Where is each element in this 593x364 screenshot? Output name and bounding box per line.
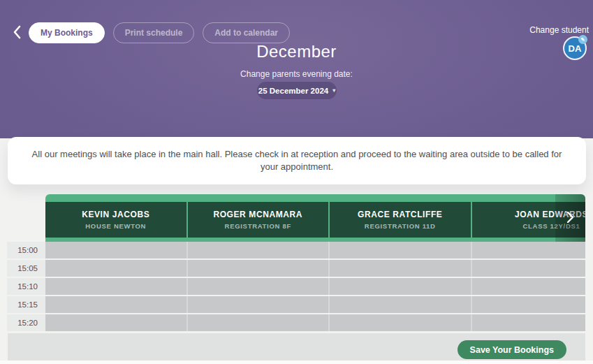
schedule-grid: 15:0015:0515:1015:1515:20 [7,242,585,333]
booking-slot[interactable] [45,314,188,331]
time-row: 15:15 [7,296,585,313]
date-caption: Change parents evening date: [0,69,593,79]
time-row: 15:20 [7,314,585,331]
time-row: 15:05 [7,260,585,277]
booking-slot[interactable] [45,296,188,313]
teacher-column: KEVIN JACOBSHOUSE NEWTON [45,202,188,238]
chevron-right-icon [566,211,576,226]
booking-slot[interactable] [472,260,586,277]
time-label: 15:15 [7,296,45,313]
tab-my-bookings[interactable]: My Bookings [29,22,105,43]
teacher-column: GRACE RATCLIFFEREGISTRATION 11D [330,202,472,238]
teacher-group: REGISTRATION 8F [225,222,291,230]
teacher-column: ROGER MCNAMARAREGISTRATION 8F [188,202,330,238]
booking-slot[interactable] [472,278,586,295]
tab-add-to-calendar[interactable]: Add to calendar [203,22,290,43]
teacher-group: HOUSE NEWTON [85,222,146,230]
scroll-right-button[interactable] [555,194,585,242]
booking-slot[interactable] [188,278,330,295]
page-title: December [0,42,593,61]
booking-slot[interactable] [330,260,472,277]
booking-slot[interactable] [188,242,330,259]
booking-slot[interactable] [188,296,330,313]
time-label: 15:00 [7,242,45,259]
booking-slot[interactable] [45,260,188,277]
teacher-name: KEVIN JACOBS [82,210,149,219]
notice-card: All our meetings will take place in the … [8,137,586,184]
notice-text: All our meetings will take place in the … [26,148,568,173]
booking-slot[interactable] [330,296,472,313]
time-row: 15:10 [7,278,585,295]
booking-slot[interactable] [472,242,586,259]
booking-slot[interactable] [330,242,472,259]
footer-bar: Save Your Bookings [8,333,585,361]
booking-slot[interactable] [472,296,586,313]
chevron-down-icon: ▾ [332,87,335,94]
change-student-button[interactable]: Change student [529,25,589,35]
save-bookings-button[interactable]: Save Your Bookings [457,340,566,359]
time-label: 15:20 [7,314,45,331]
tab-print-schedule[interactable]: Print schedule [113,22,195,43]
header-band: My Bookings Print schedule Add to calend… [0,0,593,138]
booking-slot[interactable] [188,314,330,331]
time-label: 15:05 [7,260,45,277]
teacher-group: REGISTRATION 11D [365,222,436,230]
teacher-header-row: KEVIN JACOBSHOUSE NEWTONROGER MCNAMARARE… [45,194,585,242]
booking-slot[interactable] [45,278,188,295]
chevron-left-icon [12,25,23,41]
time-label: 15:10 [7,278,45,295]
booking-slot[interactable] [330,278,472,295]
booking-slot[interactable] [45,242,188,259]
bottom-strip [0,361,593,364]
booking-slot[interactable] [472,314,586,331]
booking-slot[interactable] [330,314,472,331]
date-select[interactable]: 25 December 2024 ▾ [257,82,337,99]
back-button[interactable] [8,23,27,43]
date-select-value: 25 December 2024 [258,87,328,95]
teacher-name: GRACE RATCLIFFE [358,210,442,219]
header-tabs: My Bookings Print schedule Add to calend… [29,22,290,43]
teacher-name: ROGER MCNAMARA [213,210,302,219]
time-row: 15:00 [7,242,585,259]
booking-slot[interactable] [188,260,330,277]
